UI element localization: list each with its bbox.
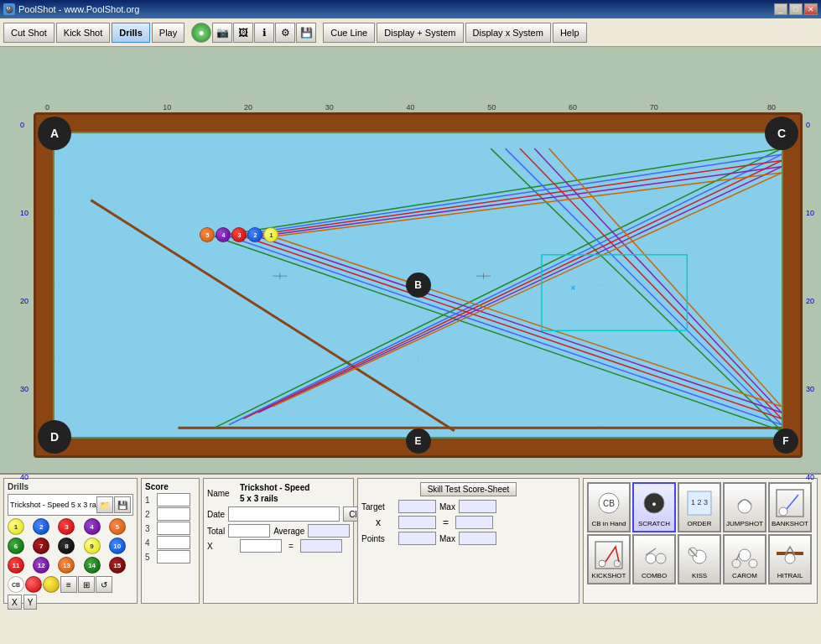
score-input-5[interactable] — [157, 550, 190, 564]
order-btn[interactable]: 1 2 3 ORDER — [678, 482, 721, 532]
drills-button[interactable]: Drills — [112, 23, 150, 43]
icon-group: ● 📷 🖼 ℹ ⚙ 💾 — [191, 23, 316, 43]
drills-folder-icon[interactable]: 📁 — [96, 496, 113, 513]
select-ball-3[interactable]: 3 — [58, 518, 75, 535]
select-ball-12[interactable]: 12 — [33, 557, 49, 574]
x-skill-input[interactable] — [398, 516, 436, 529]
equals-skill-input[interactable] — [455, 516, 493, 529]
combo-icon — [639, 540, 669, 570]
display-plus-system-button[interactable]: Display + System — [377, 23, 463, 43]
maximize-btn[interactable]: □ — [789, 3, 803, 15]
average-input[interactable] — [308, 524, 350, 538]
info-icon[interactable]: ℹ — [254, 23, 274, 43]
bankshot-btn[interactable]: BANKSHOT — [768, 482, 812, 532]
name-date-panel: Name Trickshot - Speed5 x 3 rails Date C… — [203, 478, 354, 604]
ruler-top: 0 10 20 30 40 50 60 70 80 — [45, 103, 776, 112]
close-btn[interactable]: ✕ — [804, 3, 818, 15]
target-input[interactable] — [398, 500, 436, 513]
score-input-2[interactable] — [157, 507, 190, 521]
power-icon[interactable]: ● — [191, 23, 211, 43]
refresh-icon[interactable]: ↺ — [96, 576, 112, 593]
combo-btn[interactable]: COMBO — [632, 534, 676, 584]
points-label: Points — [361, 534, 395, 543]
x-symbol: x — [361, 517, 395, 528]
camera-icon[interactable]: 📷 — [212, 23, 232, 43]
select-ball-13[interactable]: 13 — [58, 557, 75, 574]
score-input-3[interactable] — [157, 522, 190, 535]
score-input-4[interactable] — [157, 536, 190, 549]
select-ball-15[interactable]: 15 — [109, 557, 126, 574]
select-ball-4[interactable]: 4 — [84, 518, 101, 535]
settings-icon[interactable]: ⚙ — [275, 23, 295, 43]
y-button[interactable]: Y — [23, 595, 38, 610]
cut-shot-button[interactable]: Cut Shot — [3, 23, 55, 43]
grid-icon[interactable]: ⊞ — [78, 576, 95, 593]
skill-test-button[interactable]: Skill Test Score-Sheet — [420, 482, 517, 496]
max-input-2[interactable] — [459, 532, 496, 545]
carom-icon — [730, 540, 760, 570]
toolbar: Cut Shot Kick Shot Drills Play ● 📷 🖼 ℹ ⚙… — [0, 18, 821, 47]
select-yellowball[interactable] — [43, 576, 60, 593]
score-input-1[interactable] — [157, 493, 190, 506]
xy-row: X Y — [8, 595, 133, 610]
select-ball-6[interactable]: 6 — [8, 538, 24, 554]
points-input[interactable] — [398, 532, 436, 545]
svg-point-72 — [749, 559, 757, 568]
ball-3: 3 — [231, 227, 247, 242]
kick-shot-button[interactable]: Kick Shot — [56, 23, 110, 43]
x-button[interactable]: X — [8, 595, 22, 610]
cb-in-hand-icon: CB — [594, 488, 624, 518]
corner-c: C — [765, 117, 798, 150]
display-x-system-button[interactable]: Display x System — [465, 23, 551, 43]
drills-save-icon[interactable]: 💾 — [114, 496, 131, 513]
select-redball[interactable] — [25, 576, 42, 593]
scratch-btn[interactable]: ● SCRATCH — [632, 482, 676, 532]
hitrail-btn[interactable]: HITRAIL — [768, 534, 812, 584]
select-ball-8[interactable]: 8 — [58, 538, 75, 554]
save-icon[interactable]: 💾 — [296, 23, 316, 43]
corner-d: D — [38, 420, 71, 454]
svg-line-7 — [215, 148, 782, 236]
svg-line-22 — [258, 167, 782, 413]
cue-line-button[interactable]: Cue Line — [323, 23, 375, 43]
x-input[interactable] — [240, 539, 282, 553]
svg-text:1 2 3: 1 2 3 — [691, 498, 708, 506]
photo-icon[interactable]: 🖼 — [233, 23, 253, 43]
select-ball-14[interactable]: 14 — [84, 557, 101, 574]
hitrail-icon — [775, 540, 805, 570]
ball-row-2: 6 7 8 9 10 — [8, 538, 133, 554]
kickshot-btn[interactable]: KICKSHOT — [587, 534, 631, 584]
average-label: Average — [273, 527, 304, 536]
select-ball-7[interactable]: 7 — [33, 538, 49, 554]
score-row-3: 3 — [145, 522, 195, 535]
cb-in-hand-btn[interactable]: CB CB in Hand — [587, 482, 631, 532]
select-cueball[interactable]: CB — [8, 576, 24, 593]
svg-point-66 — [646, 553, 656, 564]
x-result-input[interactable] — [300, 539, 342, 553]
max-input-1[interactable] — [459, 500, 496, 513]
kiss-btn[interactable]: KISS — [678, 534, 721, 584]
select-ball-9[interactable]: 9 — [84, 538, 101, 554]
total-input[interactable] — [228, 524, 270, 538]
select-ball-5[interactable]: 5 — [109, 518, 126, 535]
shot-types-panel: CB CB in Hand ● SCRATCH 1 2 3 ORDER JUMP… — [583, 478, 818, 604]
list-icon[interactable]: ≡ — [60, 576, 77, 593]
drills-panel: Drills Trickshot - Speed 5 x 3 rails 📁 💾… — [3, 478, 138, 604]
play-button[interactable]: Play — [152, 23, 184, 43]
select-ball-1[interactable]: 1 — [8, 518, 24, 535]
equals-sign: = — [285, 542, 297, 551]
date-input[interactable] — [228, 506, 340, 522]
ruler-left: 0 10 20 30 40 — [20, 121, 29, 481]
select-ball-11[interactable]: 11 — [8, 557, 24, 574]
minimize-btn[interactable]: _ — [774, 3, 787, 15]
jumpshot-btn[interactable]: JUMPSHOT — [723, 482, 766, 532]
svg-point-71 — [732, 559, 740, 568]
select-ball-2[interactable]: 2 — [33, 518, 49, 535]
pool-table[interactable]: × — [34, 112, 803, 458]
ball-4: 4 — [216, 227, 231, 242]
carom-btn[interactable]: CAROM — [723, 534, 766, 584]
drills-dropdown[interactable]: Trickshot - Speed 5 x 3 rails 📁 💾 — [8, 494, 133, 516]
select-ball-10[interactable]: 10 — [109, 538, 126, 554]
help-button[interactable]: Help — [553, 23, 587, 43]
ball-cluster: 5 4 3 2 1 — [200, 227, 278, 242]
